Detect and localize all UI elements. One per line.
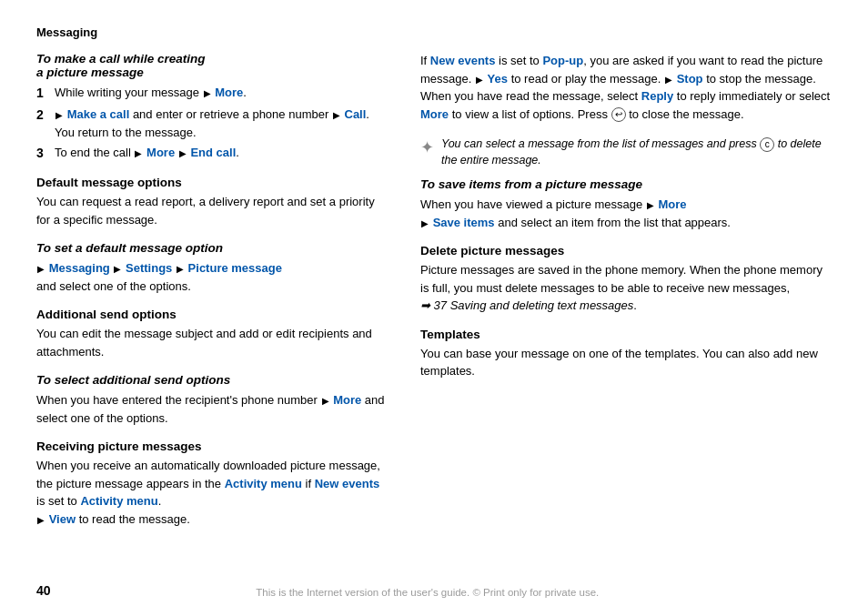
link-more-right[interactable]: More [420,107,449,121]
section-default-options: Default message options You can request … [36,176,391,228]
step-num-2: 2 [36,106,49,141]
section-set-default: To set a default message option ▶ Messag… [36,241,391,295]
set-default-body: ▶ Messaging ▶ Settings ▶ Picture message… [36,259,391,295]
section-additional-send: Additional send options You can edit the… [36,308,391,360]
section-select-additional: To select additional send options When y… [36,373,391,427]
page-header: Messaging [36,25,832,39]
link-more-3[interactable]: More [333,393,361,407]
arrow-2: ▶ [56,110,63,120]
link-popup[interactable]: Pop-up [542,54,583,67]
arrow-more-save: ▶ [647,200,654,210]
delete-body: Picture messages are saved in the phone … [420,261,832,315]
page-footer: 40 This is the Internet version of the u… [36,583,832,598]
default-options-title: Default message options [36,176,391,189]
templates-title: Templates [420,328,832,341]
section-make-call-title: To make a call while creatinga picture m… [36,52,391,79]
step-2-text: ▶ Make a call and enter or retrieve a ph… [55,106,391,141]
section-templates: Templates You can base your message on o… [420,328,832,380]
arrow-5: ▶ [179,148,187,158]
save-items-title: To save items from a picture message [420,177,832,191]
numbered-steps: 1 While writing your message ▶ More. 2 ▶… [36,84,391,163]
default-options-body: You can request a read report, a deliver… [36,193,391,228]
link-activity-menu[interactable]: Activity menu [225,477,302,490]
arrow-1: ▶ [204,88,211,98]
back-button-icon: ↩ [611,107,626,122]
step-num-1: 1 [36,84,49,103]
link-settings[interactable]: Settings [126,261,172,275]
arrow-more-3: ▶ [322,396,329,406]
page: Messaging To make a call while creatinga… [0,0,868,616]
delete-link: ➡ 37 Saving and deleting text messages [420,298,633,312]
tip-box: ✦ You can select a message from the list… [420,136,832,168]
link-reply[interactable]: Reply [641,89,673,103]
link-yes[interactable]: Yes [488,72,508,86]
section-delete: Delete picture messages Picture messages… [420,244,832,315]
page-number: 40 [36,583,51,598]
link-call[interactable]: Call [345,107,367,121]
receiving-title: Receiving picture messages [36,439,391,453]
select-additional-title: To select additional send options [36,373,391,387]
select-additional-body: When you have entered the recipient's ph… [36,391,391,427]
arrow-view: ▶ [37,515,45,525]
arrow-stop: ▶ [665,75,672,85]
step-3: 3 To end the call ▶ More ▶ End call. [36,144,391,163]
link-save-items[interactable]: Save items [433,216,495,229]
link-more-save[interactable]: More [658,197,686,211]
popup-body: If New events is set to Pop-up, you are … [420,52,832,123]
tip-text: You can select a message from the list o… [441,136,832,168]
left-column: To make a call while creatinga picture m… [36,52,391,576]
link-new-events[interactable]: New events [430,54,496,67]
additional-send-title: Additional send options [36,308,391,321]
receiving-body: When you receive an automatically downlo… [36,457,391,528]
link-view[interactable]: View [49,512,76,526]
arrow-4: ▶ [135,148,142,158]
arrow-yes: ▶ [476,75,483,85]
section-receiving: Receiving picture messages When you rece… [36,439,391,528]
templates-body: You can base your message on one of the … [420,345,832,380]
section-save-items: To save items from a picture message Whe… [420,177,832,231]
step-2: 2 ▶ Make a call and enter or retrieve a … [36,106,391,141]
section-popup: If New events is set to Pop-up, you are … [420,52,832,123]
right-column: If New events is set to Pop-up, you are … [420,52,832,576]
arrow-settings: ▶ [114,264,121,274]
additional-send-body: You can edit the message subject and add… [36,325,391,360]
content-columns: To make a call while creatinga picture m… [36,52,832,576]
tip-icon: ✦ [420,137,434,157]
link-stop[interactable]: Stop [677,72,703,86]
link-end-call[interactable]: End call [190,146,236,159]
section-make-call: To make a call while creatinga picture m… [36,52,391,163]
arrow-picture: ▶ [177,264,184,274]
delete-title: Delete picture messages [420,244,832,258]
link-messaging[interactable]: Messaging [49,261,110,275]
arrow-set-default: ▶ [37,264,45,274]
link-more-2[interactable]: More [146,146,175,159]
set-default-title: To set a default message option [36,241,391,255]
arrow-save-items: ▶ [421,218,429,228]
save-items-body: When you have viewed a picture message ▶… [420,196,832,231]
footer-notice: This is the Internet version of the user… [51,587,804,598]
link-new-events-left[interactable]: New events [315,477,380,490]
step-1-text: While writing your message ▶ More. [55,84,247,103]
link-picture-message[interactable]: Picture message [188,261,282,275]
link-make-call[interactable]: Make a call [67,107,130,121]
step-num-3: 3 [36,144,49,163]
arrow-3: ▶ [333,110,340,120]
link-more-1[interactable]: More [215,86,243,99]
step-3-text: To end the call ▶ More ▶ End call. [55,144,239,163]
step-1: 1 While writing your message ▶ More. [36,84,391,103]
link-activity-menu-2[interactable]: Activity menu [80,494,157,508]
tip-button-icon: c [760,137,774,152]
